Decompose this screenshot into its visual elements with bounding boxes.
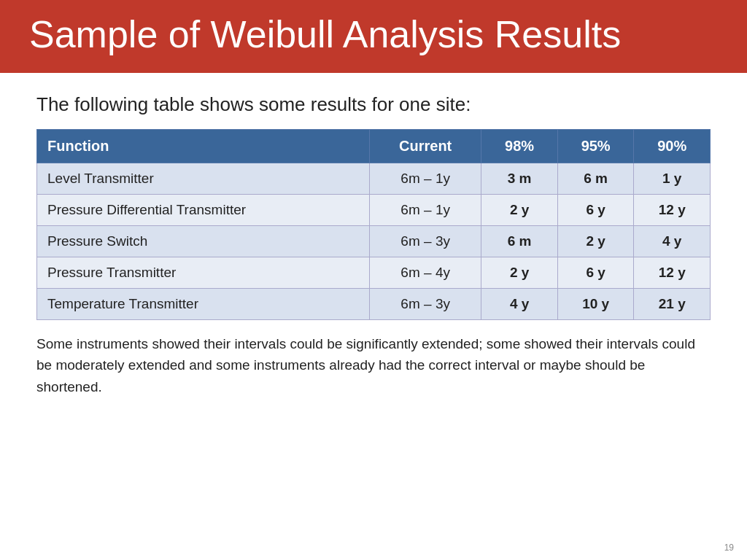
cell-0-0: Level Transmitter — [37, 163, 370, 194]
cell-2-2: 6 m — [481, 225, 558, 257]
cell-4-4: 21 y — [634, 288, 711, 319]
col-current: Current — [370, 129, 481, 163]
cell-3-4: 12 y — [634, 257, 711, 288]
cell-2-1: 6m – 3y — [370, 225, 481, 257]
cell-1-3: 6 y — [557, 194, 634, 225]
col-90: 90% — [634, 129, 711, 163]
col-function: Function — [37, 129, 370, 163]
cell-2-4: 4 y — [634, 225, 711, 257]
results-table: Function Current 98% 95% 90% Level Trans… — [36, 129, 711, 320]
subtitle-text: The following table shows some results f… — [36, 93, 711, 116]
slide: Sample of Weibull Analysis Results The f… — [0, 0, 747, 560]
slide-content: The following table shows some results f… — [0, 73, 747, 560]
cell-4-1: 6m – 3y — [370, 288, 481, 319]
cell-1-4: 12 y — [634, 194, 711, 225]
cell-2-0: Pressure Switch — [37, 225, 370, 257]
col-98: 98% — [481, 129, 558, 163]
cell-3-2: 2 y — [481, 257, 558, 288]
cell-2-3: 2 y — [557, 225, 634, 257]
cell-1-1: 6m – 1y — [370, 194, 481, 225]
cell-3-3: 6 y — [557, 257, 634, 288]
cell-4-0: Temperature Transmitter — [37, 288, 370, 319]
table-row: Pressure Differential Transmitter6m – 1y… — [37, 194, 711, 225]
cell-0-2: 3 m — [481, 163, 558, 194]
table-header-row: Function Current 98% 95% 90% — [37, 129, 711, 163]
cell-4-3: 10 y — [557, 288, 634, 319]
cell-3-1: 6m – 4y — [370, 257, 481, 288]
cell-0-1: 6m – 1y — [370, 163, 481, 194]
col-95: 95% — [557, 129, 634, 163]
cell-1-2: 2 y — [481, 194, 558, 225]
cell-1-0: Pressure Differential Transmitter — [37, 194, 370, 225]
table-row: Pressure Switch6m – 3y6 m2 y4 y — [37, 225, 711, 257]
cell-4-2: 4 y — [481, 288, 558, 319]
table-row: Level Transmitter6m – 1y3 m6 m1 y — [37, 163, 711, 194]
slide-number: 19 — [724, 542, 734, 553]
table-row: Pressure Transmitter6m – 4y2 y6 y12 y — [37, 257, 711, 288]
cell-3-0: Pressure Transmitter — [37, 257, 370, 288]
cell-0-3: 6 m — [557, 163, 634, 194]
table-row: Temperature Transmitter6m – 3y4 y10 y21 … — [37, 288, 711, 319]
cell-0-4: 1 y — [634, 163, 711, 194]
footer-text: Some instruments showed their intervals … — [36, 333, 711, 397]
slide-header: Sample of Weibull Analysis Results — [0, 0, 747, 73]
slide-title: Sample of Weibull Analysis Results — [29, 13, 718, 57]
